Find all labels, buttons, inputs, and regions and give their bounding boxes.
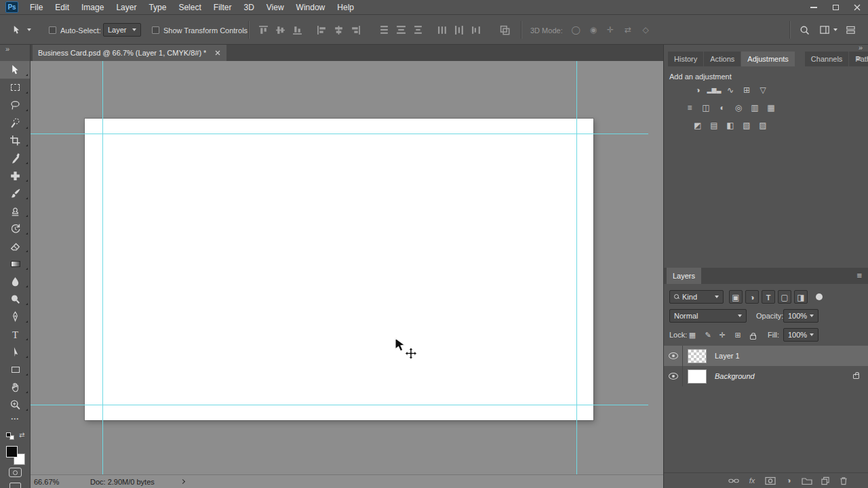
3d-rotate-button[interactable]: ◯ [568, 23, 583, 37]
search-button[interactable] [796, 22, 812, 37]
guide-vertical-left[interactable] [102, 61, 103, 474]
distribute-horizontal-centers-button[interactable] [451, 22, 467, 37]
layer1-thumbnail[interactable] [688, 349, 707, 363]
tab-actions[interactable]: Actions [704, 52, 741, 66]
tool-rectangular-marquee[interactable] [0, 79, 31, 96]
tool-lasso[interactable] [0, 96, 31, 114]
collapse-panels-icon[interactable]: » [859, 43, 863, 52]
distribute-left-edges-button[interactable] [434, 22, 450, 37]
adjustment-gradient-map-button[interactable]: ▧ [738, 119, 755, 132]
status-doc-size[interactable]: Doc: 2.90M/0 bytes [90, 478, 155, 486]
tool-preset-caret-icon[interactable] [27, 28, 31, 31]
minimize-button[interactable] [803, 0, 825, 15]
menu-item-type[interactable]: Type [142, 0, 172, 15]
adjustment-levels-button[interactable]: ▂▆▃ [706, 83, 722, 97]
tool-history-brush[interactable] [0, 220, 31, 237]
status-zoom-level[interactable]: 66.67% [34, 478, 59, 486]
close-tab-icon[interactable] [214, 49, 221, 56]
lock-image-pixels-button[interactable]: ✎ [702, 329, 714, 340]
lock-transparent-pixels-button[interactable]: ▦ [686, 329, 698, 340]
auto-align-layers-button[interactable] [496, 22, 513, 37]
tab-history[interactable]: History [668, 52, 703, 66]
tool-crop[interactable] [0, 131, 31, 149]
menu-item-filter[interactable]: Filter [208, 0, 238, 15]
blend-mode-dropdown[interactable]: Normal [669, 309, 747, 323]
menu-item-file[interactable]: File [24, 0, 49, 15]
menu-item-image[interactable]: Image [75, 0, 110, 15]
adjustment-color-balance-button[interactable]: ◫ [698, 101, 714, 115]
show-transform-checkbox[interactable] [152, 26, 159, 34]
edit-toolbar-icon[interactable]: ••• [0, 416, 31, 421]
adjustment-vibrance-button[interactable]: ▽ [755, 83, 771, 97]
tool-type[interactable]: T [0, 325, 31, 343]
layer-style-button[interactable]: fx [744, 475, 760, 486]
3d-roll-button[interactable]: ◉ [586, 23, 601, 37]
layers-panel-menu-icon[interactable]: ≡ [856, 271, 862, 281]
lock-position-button[interactable]: ✛ [716, 329, 728, 340]
smart-object-filter-button[interactable]: ◨ [794, 290, 808, 304]
document-canvas[interactable] [85, 119, 593, 420]
add-layer-mask-button[interactable] [762, 475, 778, 486]
shape-layer-filter-button[interactable]: ▢ [778, 290, 791, 304]
document-tab[interactable]: Business Card.psd @ 66.7% (Layer 1, CMYK… [33, 45, 226, 61]
adjustment-layer-filter-button[interactable]: ◑ [745, 290, 759, 304]
tool-shape[interactable] [0, 361, 31, 378]
adjustment-color-lookup-button[interactable]: ▦ [763, 101, 779, 115]
tab-adjustments[interactable]: Adjustments [741, 52, 795, 66]
new-layer-button[interactable] [817, 475, 833, 486]
foreground-color-swatch[interactable] [6, 446, 18, 458]
tool-eyedropper[interactable] [0, 149, 31, 167]
canvas-viewport[interactable] [31, 61, 663, 474]
background-thumbnail[interactable] [688, 369, 707, 384]
pixel-layer-filter-button[interactable]: ▣ [729, 290, 743, 304]
guide-horizontal-top[interactable] [31, 134, 648, 134]
layer-filter-kind-dropdown[interactable]: Kind [669, 290, 724, 304]
adjustment-threshold-button[interactable]: ◧ [722, 119, 738, 132]
menu-item-select[interactable]: Select [172, 0, 207, 15]
tool-clone-stamp[interactable] [0, 202, 31, 220]
swap-colors-icon[interactable]: ⇄ [19, 431, 24, 439]
type-layer-filter-button[interactable]: T [762, 290, 775, 304]
tool-preset-picker[interactable] [8, 22, 24, 37]
tool-zoom[interactable] [0, 396, 31, 413]
tool-hand[interactable] [0, 378, 31, 396]
workspace-switcher-button[interactable] [816, 22, 833, 37]
maximize-button[interactable] [825, 0, 846, 15]
adjustment-exposure-button[interactable]: ⊞ [738, 83, 755, 97]
adjustment-curves-button[interactable]: ∿ [722, 83, 738, 97]
tool-gradient[interactable] [0, 255, 31, 272]
panel-options-button[interactable] [842, 22, 859, 37]
align-vertical-centers-button[interactable] [272, 22, 288, 37]
adjustment-photo-filter-button[interactable]: ◎ [730, 101, 747, 115]
tool-pen[interactable] [0, 308, 31, 325]
delete-layer-button[interactable] [835, 475, 852, 486]
layer1-visibility-toggle[interactable] [664, 346, 683, 366]
menu-item-view[interactable]: View [260, 0, 290, 15]
align-horizontal-centers-button[interactable] [330, 22, 347, 37]
tool-quick-selection[interactable] [0, 114, 31, 131]
distribute-top-edges-button[interactable] [376, 22, 392, 37]
layer-row-layer1[interactable]: Layer 1 [664, 346, 868, 366]
auto-select-mode-dropdown[interactable]: Layer [103, 23, 141, 37]
distribute-vertical-centers-button[interactable] [393, 22, 409, 37]
adjustments-panel-menu-icon[interactable]: ≡ [856, 54, 861, 64]
tab-layers[interactable]: Layers [667, 268, 701, 284]
new-adjustment-layer-button[interactable]: ◑ [781, 475, 797, 486]
workspace-caret-icon[interactable] [833, 28, 837, 31]
align-left-edges-button[interactable] [313, 22, 330, 37]
3d-scale-button[interactable]: ◇ [638, 23, 653, 37]
adjustment-black-white-button[interactable]: ◐ [714, 101, 730, 115]
link-layers-button[interactable] [726, 475, 742, 486]
adjustment-hue-saturation-button[interactable]: ≡ [682, 101, 698, 115]
adjustment-channel-mixer-button[interactable]: ▥ [747, 101, 763, 115]
background-visibility-toggle[interactable] [664, 366, 683, 386]
tool-spot-healing-brush[interactable] [0, 167, 31, 184]
align-top-edges-button[interactable] [255, 22, 271, 37]
new-group-button[interactable] [799, 475, 815, 486]
tool-eraser[interactable] [0, 237, 31, 255]
menu-item-layer[interactable]: Layer [110, 0, 142, 15]
default-colors-icon[interactable] [6, 432, 14, 440]
distribute-right-edges-button[interactable] [468, 22, 484, 37]
tool-blur[interactable] [0, 272, 31, 290]
auto-select-checkbox[interactable] [49, 26, 56, 34]
